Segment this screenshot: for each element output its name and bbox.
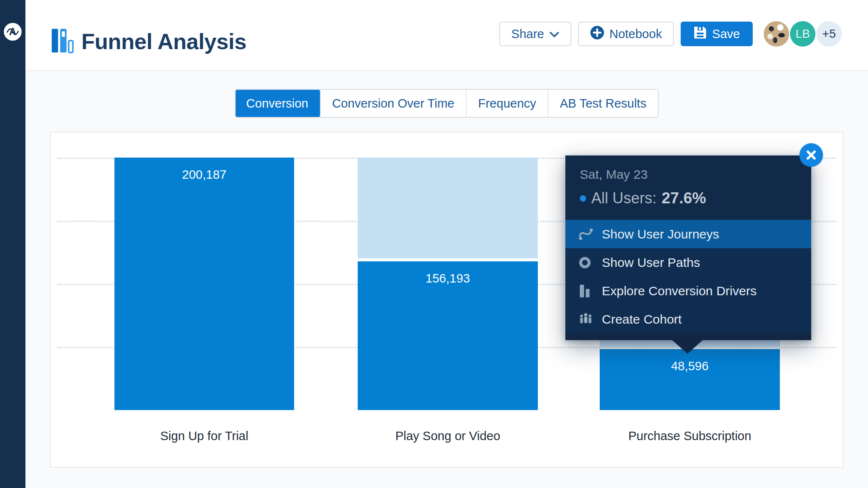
menu-item-show-user-journeys[interactable]: Show User Journeys bbox=[565, 220, 811, 248]
tooltip-footer bbox=[565, 333, 811, 340]
menu-item-show-user-paths[interactable]: Show User Paths bbox=[565, 248, 811, 277]
bar-value-label: 156,193 bbox=[358, 272, 538, 286]
page-title: Funnel Analysis bbox=[81, 29, 246, 54]
share-button[interactable]: Share bbox=[499, 22, 571, 46]
cohort-icon bbox=[578, 312, 596, 327]
tooltip-series-label: All Users: bbox=[591, 189, 657, 207]
chart-tooltip: Sat, May 23 All Users: 27.6% Show User J… bbox=[565, 155, 811, 340]
close-tooltip-button[interactable] bbox=[799, 143, 823, 167]
title-group: Funnel Analysis bbox=[51, 28, 246, 55]
plus-circle-icon bbox=[590, 25, 604, 43]
avatar-overflow-badge[interactable]: +5 bbox=[816, 21, 842, 47]
funnel-bar-lost-segment[interactable] bbox=[358, 158, 538, 258]
header-actions: Share Notebook bbox=[499, 21, 842, 47]
bar-value-label: 200,187 bbox=[114, 168, 294, 182]
chevron-down-icon bbox=[549, 27, 559, 41]
tooltip-caret-icon bbox=[672, 340, 703, 354]
tooltip-series-row: All Users: 27.6% bbox=[580, 189, 797, 207]
series-dot-icon bbox=[580, 195, 586, 202]
tab-conversion[interactable]: Conversion bbox=[235, 89, 320, 118]
step-label: Sign Up for Trial bbox=[114, 429, 294, 443]
save-floppy-icon bbox=[693, 26, 707, 42]
funnel-bar[interactable]: 200,187 bbox=[114, 158, 294, 410]
tab-row: Conversion Conversion Over Time Frequenc… bbox=[25, 89, 868, 118]
funnel-bar[interactable]: 48,596 bbox=[600, 349, 780, 410]
step-label: Purchase Subscription bbox=[600, 429, 780, 443]
app-sidebar: A bbox=[0, 0, 25, 488]
journeys-icon bbox=[578, 227, 596, 242]
funnel-chart-icon bbox=[51, 28, 74, 55]
menu-item-create-cohort[interactable]: Create Cohort bbox=[565, 305, 811, 333]
step-label: Play Song or Video bbox=[358, 429, 538, 443]
save-button[interactable]: Save bbox=[681, 22, 753, 46]
notebook-button[interactable]: Notebook bbox=[578, 22, 674, 46]
tab-group: Conversion Conversion Over Time Frequenc… bbox=[235, 89, 659, 118]
tooltip-menu: Show User Journeys Show User Paths Explo… bbox=[565, 220, 811, 333]
tooltip-series-value: 27.6% bbox=[662, 189, 706, 207]
avatar-stack: LB +5 bbox=[763, 21, 842, 47]
amplitude-logo-icon[interactable]: A bbox=[4, 23, 22, 41]
tooltip-header: Sat, May 23 All Users: 27.6% bbox=[565, 155, 811, 220]
funnel-bar[interactable]: 156,193 bbox=[358, 261, 538, 410]
tooltip-date: Sat, May 23 bbox=[580, 155, 797, 182]
tab-frequency[interactable]: Frequency bbox=[466, 90, 548, 117]
page-header: Funnel Analysis Share Notebook bbox=[25, 0, 868, 71]
menu-item-explore-conversion-drivers[interactable]: Explore Conversion Drivers bbox=[565, 277, 811, 305]
tab-ab-test-results[interactable]: AB Test Results bbox=[548, 90, 658, 117]
user-avatar-initials[interactable]: LB bbox=[790, 21, 815, 47]
tab-conversion-over-time[interactable]: Conversion Over Time bbox=[320, 90, 466, 117]
drivers-icon bbox=[578, 283, 596, 299]
paths-icon bbox=[578, 255, 596, 270]
user-avatar-photo[interactable] bbox=[764, 21, 789, 47]
bar-value-label: 48,596 bbox=[600, 359, 780, 373]
